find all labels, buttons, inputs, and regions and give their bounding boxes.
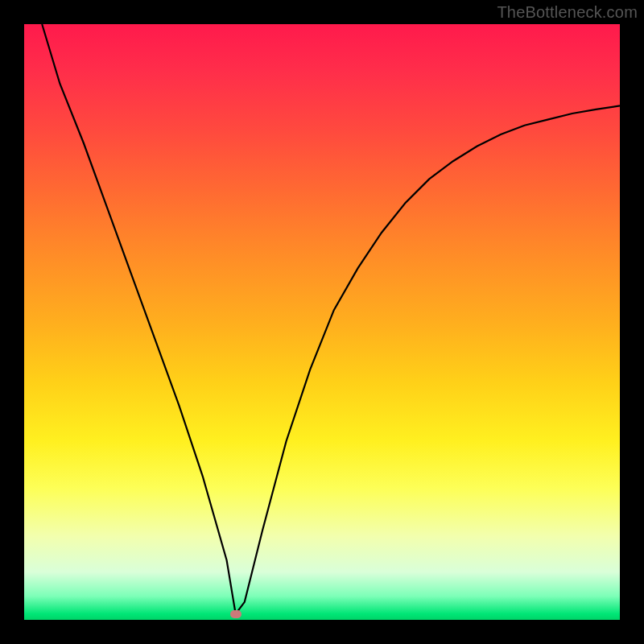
chart-plot-area — [24, 24, 620, 620]
optimal-point-marker — [230, 610, 242, 618]
watermark-text: TheBottleneck.com — [497, 3, 638, 22]
curve-svg — [24, 24, 620, 620]
bottleneck-curve-path — [42, 24, 620, 614]
